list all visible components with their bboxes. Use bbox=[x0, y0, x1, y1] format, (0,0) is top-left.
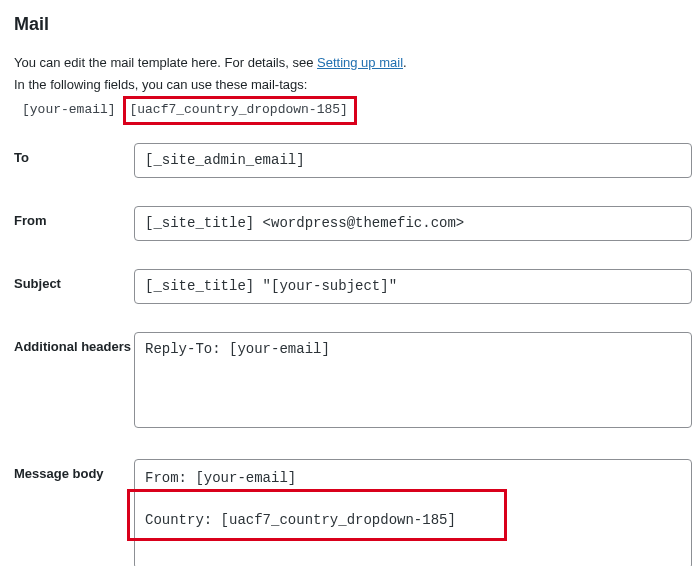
mail-tag-your-email: [your-email] bbox=[22, 102, 116, 117]
to-input[interactable] bbox=[134, 143, 692, 178]
mail-tag-country-dropdown: [uacf7_country_dropdown-185] bbox=[129, 102, 347, 117]
from-input[interactable] bbox=[134, 206, 692, 241]
subject-input[interactable] bbox=[134, 269, 692, 304]
from-label: From bbox=[14, 206, 134, 228]
setup-mail-link[interactable]: Setting up mail bbox=[317, 55, 403, 70]
intro-suffix: . bbox=[403, 55, 407, 70]
subject-label: Subject bbox=[14, 269, 134, 291]
highlight-annotation-tag: [uacf7_country_dropdown-185] bbox=[123, 96, 356, 125]
intro-text: You can edit the mail template here. For… bbox=[14, 53, 692, 73]
additional-headers-input[interactable] bbox=[134, 332, 692, 428]
intro-prefix: You can edit the mail template here. For… bbox=[14, 55, 317, 70]
message-body-input[interactable] bbox=[134, 459, 692, 566]
additional-headers-label: Additional headers bbox=[14, 332, 134, 354]
mail-tags-intro: In the following fields, you can use the… bbox=[14, 75, 692, 95]
mail-tags-list: [your-email] [uacf7_country_dropdown-185… bbox=[22, 96, 692, 125]
page-title: Mail bbox=[14, 14, 692, 35]
message-body-label: Message body bbox=[14, 459, 134, 481]
to-label: To bbox=[14, 143, 134, 165]
